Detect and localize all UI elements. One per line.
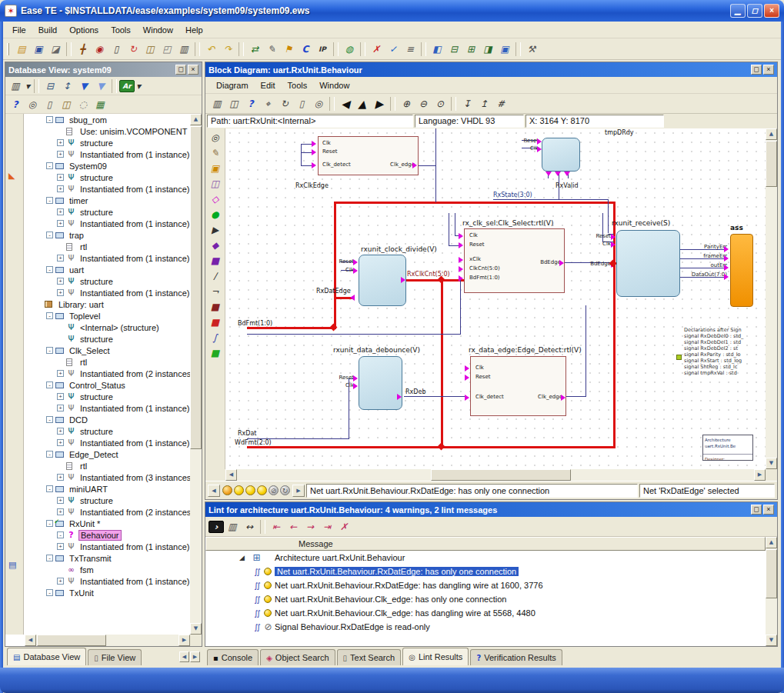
page-setup-button[interactable]: ◪ — [47, 42, 64, 57]
tree-item[interactable]: - Control_Status — [25, 379, 190, 391]
ascend-hierarchy-button[interactable]: ↥ — [475, 96, 492, 112]
scroll-right-button[interactable]: ▶ — [178, 635, 190, 646]
minimize-button[interactable]: ▁ — [730, 4, 746, 18]
block-rxunit-data-debounce[interactable] — [359, 356, 402, 410]
expand-toggle[interactable]: - — [46, 520, 53, 527]
tree-item[interactable]: - TxUnit — [25, 587, 190, 598]
net-wire[interactable] — [441, 279, 443, 448]
add-instance-tool[interactable]: ◫ — [207, 176, 223, 192]
note-tool[interactable]: ✎ — [207, 145, 223, 161]
block-rx-data-edge[interactable] — [470, 356, 566, 416]
panel-close-button[interactable]: × — [763, 65, 774, 75]
expand-toggle[interactable]: + — [57, 289, 64, 296]
lint-message-row[interactable]: Net uart.RxUnit.Behaviour.RxDatEdge: has… — [205, 578, 766, 592]
add-port-tool[interactable]: ◇ — [207, 192, 223, 207]
scroll-up-button[interactable]: ▲ — [190, 114, 202, 125]
expand-toggle[interactable]: + — [57, 278, 64, 285]
pin-button[interactable]: ╋ — [74, 42, 91, 57]
menu-build[interactable]: Build — [32, 23, 63, 37]
tree-item[interactable]: rtl — [25, 241, 190, 252]
block-rxunit-receive[interactable] — [616, 230, 680, 297]
net-wire[interactable] — [419, 165, 436, 166]
expand-toggle[interactable]: + — [57, 474, 64, 481]
tree-item[interactable]: structure — [25, 333, 190, 345]
rule-check-off-button[interactable]: ✗ — [368, 42, 385, 57]
tab-scroll-left-button[interactable]: ◀ — [179, 651, 189, 662]
panel-close-button[interactable]: × — [188, 65, 199, 75]
tree-item[interactable]: + Instantiated from (1 instance): — [25, 437, 190, 448]
console-view-button[interactable]: › — [209, 521, 224, 533]
library-button[interactable]: ◫ — [142, 42, 158, 57]
tree-item[interactable]: - sbug_rom — [25, 114, 190, 125]
expand-toggle[interactable]: + — [57, 370, 64, 377]
scroll-down-button[interactable]: ▼ — [766, 635, 777, 646]
add-comment-tool[interactable]: ■ — [207, 315, 223, 330]
status-ball-yellow-2[interactable] — [245, 485, 255, 495]
edit-source-button[interactable]: ✎ — [263, 42, 280, 57]
net-wire[interactable] — [460, 279, 461, 335]
report-button[interactable]: ◫ — [225, 96, 242, 112]
tab-lint-results[interactable]: ◎ Lint Results — [402, 648, 469, 665]
print-menu-arrow[interactable]: ▾ — [24, 78, 32, 94]
zoom-out-button[interactable]: ⊖ — [415, 96, 432, 112]
tree-item[interactable]: - timer — [25, 195, 190, 206]
add-component-tool[interactable]: ▣ — [207, 161, 223, 176]
scroll-thumb[interactable] — [431, 469, 572, 481]
lint-message-row[interactable]: Net uart.RxUnit.Behaviour.Clk_edge: has … — [205, 592, 766, 606]
tree-item[interactable]: - trap — [25, 229, 190, 241]
tree-item[interactable]: + structure — [25, 495, 190, 506]
expand-toggle[interactable] — [35, 301, 42, 308]
tree-item[interactable]: rtl — [25, 356, 190, 368]
tab-database-view[interactable]: ▤ Database View — [7, 648, 86, 665]
matrix-view-button[interactable]: ▦ — [92, 97, 108, 112]
scroll-thumb[interactable] — [37, 635, 106, 646]
scroll-left-button[interactable]: ◀ — [225, 469, 237, 481]
expand-toggle[interactable]: + — [57, 255, 64, 262]
fit-columns-button[interactable]: ↔ — [241, 519, 258, 535]
toggle-grid-button[interactable]: # — [492, 96, 509, 112]
tab-file-view[interactable]: ▯ File View — [88, 649, 142, 665]
package-browser-button[interactable]: ◫ — [58, 97, 75, 112]
tree-item[interactable]: + Instantiated from (1 instance): — [25, 287, 190, 298]
net-wire[interactable] — [405, 279, 466, 282]
status-ball-orange[interactable] — [222, 485, 232, 495]
find-button[interactable]: ◎ — [24, 97, 41, 112]
expand-toggle[interactable]: + — [57, 220, 64, 227]
zoom-area-tool[interactable]: ◎ — [207, 130, 223, 145]
first-message-button[interactable]: ⇤ — [268, 519, 285, 535]
add-net-tool[interactable]: ● — [207, 207, 223, 222]
expand-toggle[interactable]: + — [57, 151, 64, 158]
tree-item[interactable]: + Instantiated from (2 instances): — [25, 506, 190, 518]
expand-toggle[interactable]: + — [57, 393, 64, 400]
net-wire[interactable] — [404, 396, 466, 397]
select-tool[interactable]: ▶ — [207, 222, 223, 238]
attributes-menu-arrow[interactable]: ▾ — [135, 78, 142, 94]
add-wave-tool[interactable]: ∫ — [207, 330, 223, 345]
expand-arrow-icon[interactable]: ◢ — [239, 554, 252, 561]
net-wire[interactable] — [585, 305, 586, 396]
lint-message-row[interactable]: Signal Behaviour.RxDatEdge is read-only — [205, 620, 766, 634]
expand-toggle[interactable]: - — [46, 232, 53, 238]
net-wire[interactable] — [334, 202, 616, 204]
ip-button[interactable]: IP — [314, 42, 331, 57]
redo-button[interactable]: ↷ — [219, 42, 236, 57]
prev-message-button[interactable]: ← — [285, 519, 302, 535]
menu-options[interactable]: Options — [63, 23, 105, 37]
maximize-button[interactable]: ◻ — [747, 4, 762, 18]
net-wire[interactable] — [455, 213, 455, 236]
menu-window[interactable]: Window — [137, 23, 179, 37]
expand-toggle[interactable] — [57, 243, 64, 250]
expand-toggle[interactable]: + — [57, 174, 64, 181]
collapse-all-button[interactable]: ⊟ — [42, 78, 58, 94]
menu-diagram-tools[interactable]: Tools — [282, 78, 314, 92]
tree-item[interactable]: Use: unisim.VCOMPONENT — [25, 125, 190, 137]
zoom-tool-button[interactable]: ◎ — [310, 96, 327, 112]
build-tools-button[interactable]: ⚒ — [523, 42, 540, 57]
tree-item[interactable]: + structure — [25, 206, 190, 218]
tab-verification-results[interactable]: ? Verification Results — [470, 649, 562, 665]
expand-toggle[interactable] — [57, 358, 64, 365]
scroll-right-button[interactable]: ▶ — [754, 469, 766, 481]
archive-button[interactable]: ◰ — [158, 42, 175, 57]
filter-config-button[interactable]: ▼ — [92, 78, 109, 94]
tree-item[interactable]: + Instantiated from (1 instance): — [25, 402, 190, 414]
